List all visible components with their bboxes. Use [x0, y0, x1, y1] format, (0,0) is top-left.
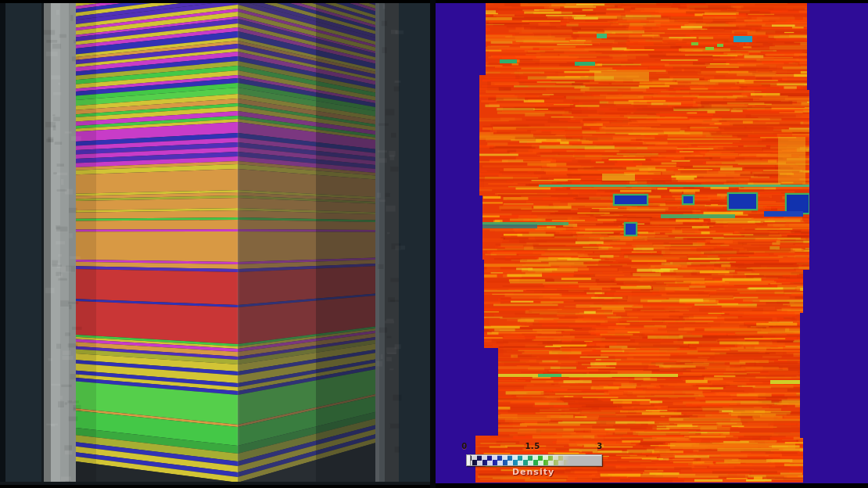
- legend-title: Density: [466, 467, 601, 477]
- core-3d-viewport[interactable]: [0, 0, 430, 488]
- legend-tick-mid: 1.5: [523, 442, 542, 450]
- core-3d-render: [0, 0, 430, 488]
- viewport-divider: [430, 0, 436, 488]
- legend-tick-max: 3: [590, 442, 609, 450]
- app-root: 0 1.5 3 Density: [0, 0, 868, 488]
- colorbar-zero-cap: [467, 455, 471, 465]
- density-colorbar[interactable]: [466, 454, 602, 466]
- legend-tick-min: 0: [455, 442, 474, 450]
- density-legend: 0 1.5 3 Density: [436, 438, 670, 485]
- density-slice-viewport[interactable]: 0 1.5 3 Density: [436, 0, 868, 488]
